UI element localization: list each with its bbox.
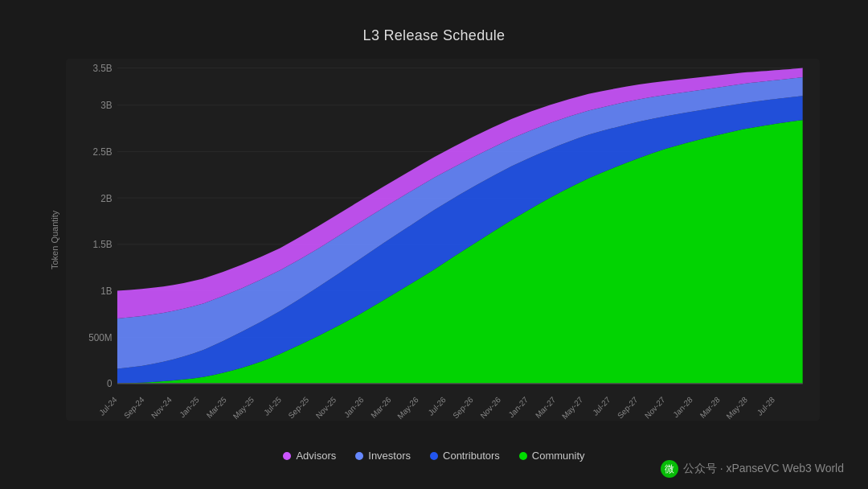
legend-item-advisors: Advisors <box>283 450 336 462</box>
svg-text:1B: 1B <box>100 286 112 298</box>
legend-item-community: Community <box>519 450 585 462</box>
svg-text:3.5B: 3.5B <box>92 63 112 75</box>
watermark-text: 公众号 · xPanseVC Web3 World <box>683 462 844 476</box>
svg-text:2B: 2B <box>100 192 112 204</box>
community-label: Community <box>532 450 585 462</box>
community-dot <box>519 452 527 460</box>
investors-label: Investors <box>368 450 411 462</box>
svg-text:1.5B: 1.5B <box>92 239 112 251</box>
chart-title: L3 Release Schedule <box>363 27 506 44</box>
contributors-label: Contributors <box>443 450 500 462</box>
watermark: 微 公众号 · xPanseVC Web3 World <box>661 460 844 478</box>
legend-item-investors: Investors <box>355 450 411 462</box>
legend-item-contributors: Contributors <box>430 450 500 462</box>
svg-text:500M: 500M <box>88 331 112 343</box>
chart-inner: 0 500M 1B 1.5B 2B 2.5B 3B 3.5B <box>66 59 820 421</box>
contributors-dot <box>430 452 438 460</box>
watermark-icon: 微 <box>661 460 678 478</box>
chart-svg: 0 500M 1B 1.5B 2B 2.5B 3B 3.5B <box>66 59 820 421</box>
svg-text:3B: 3B <box>100 100 112 112</box>
svg-text:0: 0 <box>107 378 113 390</box>
advisors-dot <box>283 452 291 460</box>
advisors-label: Advisors <box>296 450 336 462</box>
legend: Advisors Investors Contributors Communit… <box>283 450 584 462</box>
y-axis-label: Token Quantity <box>48 59 61 421</box>
svg-text:2.5B: 2.5B <box>92 146 112 158</box>
chart-area: Token Quantity 0 500M 1B <box>48 59 820 421</box>
investors-dot <box>355 452 363 460</box>
chart-container: L3 Release Schedule Token Quantity 0 <box>48 27 820 462</box>
